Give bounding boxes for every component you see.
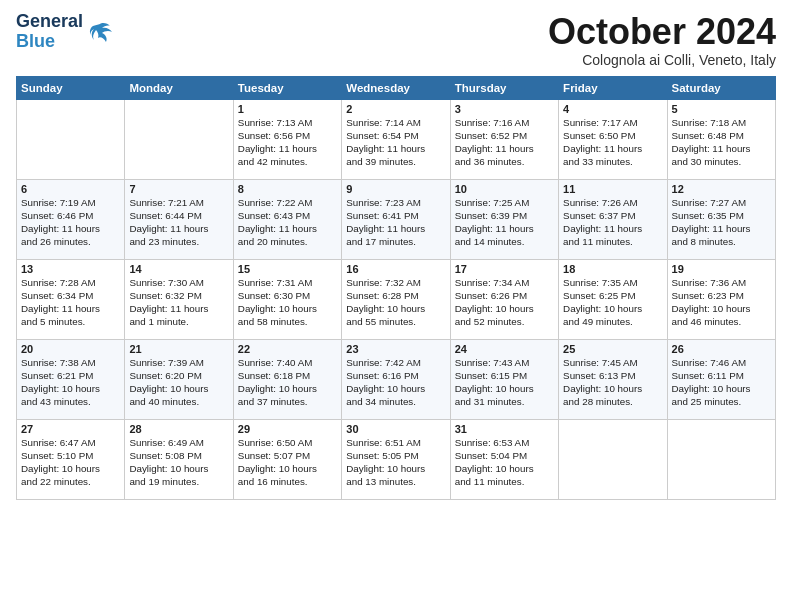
- calendar-cell: 17Sunrise: 7:34 AM Sunset: 6:26 PM Dayli…: [450, 259, 558, 339]
- calendar-cell: 31Sunrise: 6:53 AM Sunset: 5:04 PM Dayli…: [450, 419, 558, 499]
- day-number: 12: [672, 183, 771, 195]
- day-number: 10: [455, 183, 554, 195]
- calendar-cell: 8Sunrise: 7:22 AM Sunset: 6:43 PM Daylig…: [233, 179, 341, 259]
- calendar-cell: 12Sunrise: 7:27 AM Sunset: 6:35 PM Dayli…: [667, 179, 775, 259]
- day-info: Sunrise: 7:27 AM Sunset: 6:35 PM Dayligh…: [672, 196, 771, 249]
- day-info: Sunrise: 6:51 AM Sunset: 5:05 PM Dayligh…: [346, 436, 445, 489]
- day-info: Sunrise: 7:26 AM Sunset: 6:37 PM Dayligh…: [563, 196, 662, 249]
- calendar-cell: [667, 419, 775, 499]
- day-number: 28: [129, 423, 228, 435]
- calendar-cell: 2Sunrise: 7:14 AM Sunset: 6:54 PM Daylig…: [342, 99, 450, 179]
- calendar-cell: 5Sunrise: 7:18 AM Sunset: 6:48 PM Daylig…: [667, 99, 775, 179]
- day-info: Sunrise: 7:17 AM Sunset: 6:50 PM Dayligh…: [563, 116, 662, 169]
- logo-blue: Blue: [16, 31, 55, 51]
- calendar-cell: [125, 99, 233, 179]
- title-block: October 2024 Colognola ai Colli, Veneto,…: [548, 12, 776, 68]
- calendar-cell: 21Sunrise: 7:39 AM Sunset: 6:20 PM Dayli…: [125, 339, 233, 419]
- day-info: Sunrise: 7:19 AM Sunset: 6:46 PM Dayligh…: [21, 196, 120, 249]
- weekday-header-wednesday: Wednesday: [342, 76, 450, 99]
- day-info: Sunrise: 7:38 AM Sunset: 6:21 PM Dayligh…: [21, 356, 120, 409]
- day-number: 9: [346, 183, 445, 195]
- calendar-cell: 27Sunrise: 6:47 AM Sunset: 5:10 PM Dayli…: [17, 419, 125, 499]
- header: General Blue October 2024 Colognola ai C…: [16, 12, 776, 68]
- day-info: Sunrise: 7:31 AM Sunset: 6:30 PM Dayligh…: [238, 276, 337, 329]
- calendar-week-3: 13Sunrise: 7:28 AM Sunset: 6:34 PM Dayli…: [17, 259, 776, 339]
- calendar-cell: 15Sunrise: 7:31 AM Sunset: 6:30 PM Dayli…: [233, 259, 341, 339]
- calendar-cell: 13Sunrise: 7:28 AM Sunset: 6:34 PM Dayli…: [17, 259, 125, 339]
- calendar-cell: [559, 419, 667, 499]
- day-number: 4: [563, 103, 662, 115]
- calendar-cell: 29Sunrise: 6:50 AM Sunset: 5:07 PM Dayli…: [233, 419, 341, 499]
- day-info: Sunrise: 7:35 AM Sunset: 6:25 PM Dayligh…: [563, 276, 662, 329]
- calendar-cell: 3Sunrise: 7:16 AM Sunset: 6:52 PM Daylig…: [450, 99, 558, 179]
- day-number: 13: [21, 263, 120, 275]
- calendar-cell: 28Sunrise: 6:49 AM Sunset: 5:08 PM Dayli…: [125, 419, 233, 499]
- logo-content: General Blue: [16, 12, 114, 52]
- day-info: Sunrise: 7:42 AM Sunset: 6:16 PM Dayligh…: [346, 356, 445, 409]
- location: Colognola ai Colli, Veneto, Italy: [548, 52, 776, 68]
- calendar-cell: 26Sunrise: 7:46 AM Sunset: 6:11 PM Dayli…: [667, 339, 775, 419]
- weekday-header-monday: Monday: [125, 76, 233, 99]
- day-info: Sunrise: 7:13 AM Sunset: 6:56 PM Dayligh…: [238, 116, 337, 169]
- day-number: 11: [563, 183, 662, 195]
- calendar-week-4: 20Sunrise: 7:38 AM Sunset: 6:21 PM Dayli…: [17, 339, 776, 419]
- logo-bird-icon: [86, 18, 114, 46]
- day-info: Sunrise: 7:18 AM Sunset: 6:48 PM Dayligh…: [672, 116, 771, 169]
- day-number: 27: [21, 423, 120, 435]
- calendar-cell: 7Sunrise: 7:21 AM Sunset: 6:44 PM Daylig…: [125, 179, 233, 259]
- day-info: Sunrise: 7:46 AM Sunset: 6:11 PM Dayligh…: [672, 356, 771, 409]
- calendar-cell: 25Sunrise: 7:45 AM Sunset: 6:13 PM Dayli…: [559, 339, 667, 419]
- day-number: 17: [455, 263, 554, 275]
- day-info: Sunrise: 6:50 AM Sunset: 5:07 PM Dayligh…: [238, 436, 337, 489]
- calendar-cell: 18Sunrise: 7:35 AM Sunset: 6:25 PM Dayli…: [559, 259, 667, 339]
- weekday-header-row: SundayMondayTuesdayWednesdayThursdayFrid…: [17, 76, 776, 99]
- calendar-cell: 11Sunrise: 7:26 AM Sunset: 6:37 PM Dayli…: [559, 179, 667, 259]
- day-number: 2: [346, 103, 445, 115]
- day-info: Sunrise: 7:30 AM Sunset: 6:32 PM Dayligh…: [129, 276, 228, 329]
- day-number: 8: [238, 183, 337, 195]
- weekday-header-thursday: Thursday: [450, 76, 558, 99]
- day-info: Sunrise: 7:21 AM Sunset: 6:44 PM Dayligh…: [129, 196, 228, 249]
- logo-general: General: [16, 11, 83, 31]
- calendar-cell: 16Sunrise: 7:32 AM Sunset: 6:28 PM Dayli…: [342, 259, 450, 339]
- calendar-cell: 22Sunrise: 7:40 AM Sunset: 6:18 PM Dayli…: [233, 339, 341, 419]
- day-number: 20: [21, 343, 120, 355]
- day-info: Sunrise: 7:40 AM Sunset: 6:18 PM Dayligh…: [238, 356, 337, 409]
- day-number: 3: [455, 103, 554, 115]
- day-info: Sunrise: 7:28 AM Sunset: 6:34 PM Dayligh…: [21, 276, 120, 329]
- calendar-cell: 4Sunrise: 7:17 AM Sunset: 6:50 PM Daylig…: [559, 99, 667, 179]
- calendar-cell: 24Sunrise: 7:43 AM Sunset: 6:15 PM Dayli…: [450, 339, 558, 419]
- day-number: 30: [346, 423, 445, 435]
- day-info: Sunrise: 7:39 AM Sunset: 6:20 PM Dayligh…: [129, 356, 228, 409]
- day-number: 21: [129, 343, 228, 355]
- day-info: Sunrise: 6:53 AM Sunset: 5:04 PM Dayligh…: [455, 436, 554, 489]
- day-number: 25: [563, 343, 662, 355]
- day-number: 1: [238, 103, 337, 115]
- calendar-cell: 10Sunrise: 7:25 AM Sunset: 6:39 PM Dayli…: [450, 179, 558, 259]
- day-number: 24: [455, 343, 554, 355]
- calendar-cell: 6Sunrise: 7:19 AM Sunset: 6:46 PM Daylig…: [17, 179, 125, 259]
- day-info: Sunrise: 7:22 AM Sunset: 6:43 PM Dayligh…: [238, 196, 337, 249]
- day-info: Sunrise: 6:49 AM Sunset: 5:08 PM Dayligh…: [129, 436, 228, 489]
- calendar-week-2: 6Sunrise: 7:19 AM Sunset: 6:46 PM Daylig…: [17, 179, 776, 259]
- calendar-cell: 19Sunrise: 7:36 AM Sunset: 6:23 PM Dayli…: [667, 259, 775, 339]
- day-info: Sunrise: 7:32 AM Sunset: 6:28 PM Dayligh…: [346, 276, 445, 329]
- day-info: Sunrise: 7:36 AM Sunset: 6:23 PM Dayligh…: [672, 276, 771, 329]
- day-number: 22: [238, 343, 337, 355]
- calendar-cell: 20Sunrise: 7:38 AM Sunset: 6:21 PM Dayli…: [17, 339, 125, 419]
- logo-text-block: General Blue: [16, 12, 83, 52]
- day-number: 19: [672, 263, 771, 275]
- weekday-header-sunday: Sunday: [17, 76, 125, 99]
- day-number: 14: [129, 263, 228, 275]
- day-number: 29: [238, 423, 337, 435]
- calendar-week-1: 1Sunrise: 7:13 AM Sunset: 6:56 PM Daylig…: [17, 99, 776, 179]
- day-number: 5: [672, 103, 771, 115]
- month-title: October 2024: [548, 12, 776, 52]
- day-info: Sunrise: 6:47 AM Sunset: 5:10 PM Dayligh…: [21, 436, 120, 489]
- logo: General Blue: [16, 12, 114, 52]
- day-info: Sunrise: 7:25 AM Sunset: 6:39 PM Dayligh…: [455, 196, 554, 249]
- day-info: Sunrise: 7:16 AM Sunset: 6:52 PM Dayligh…: [455, 116, 554, 169]
- calendar-cell: 14Sunrise: 7:30 AM Sunset: 6:32 PM Dayli…: [125, 259, 233, 339]
- day-number: 26: [672, 343, 771, 355]
- day-number: 23: [346, 343, 445, 355]
